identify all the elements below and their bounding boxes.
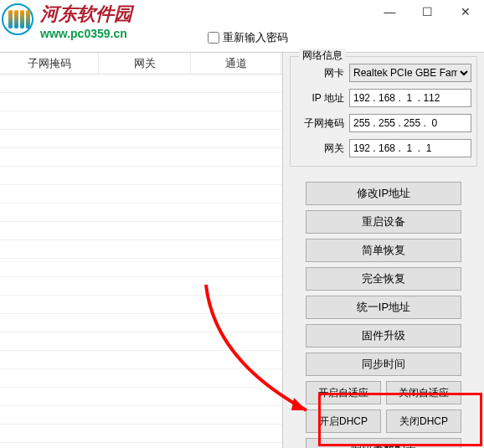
table-row[interactable]	[0, 111, 282, 130]
table-row[interactable]	[0, 369, 282, 388]
ip-label: IP 地址	[312, 91, 344, 106]
full-restore-button[interactable]: 完全恢复	[306, 267, 461, 291]
table-row[interactable]	[0, 93, 282, 111]
table-row[interactable]	[0, 259, 282, 277]
device-table: 子网掩码 网关 通道	[0, 53, 283, 448]
table-body[interactable]	[0, 75, 282, 448]
table-row[interactable]	[0, 185, 282, 203]
table-row[interactable]	[0, 388, 282, 406]
col-channel[interactable]: 通道	[191, 53, 281, 74]
reenter-password-label: 重新输入密码	[223, 30, 288, 45]
modify-ip-button[interactable]: 修改IP地址	[306, 182, 461, 205]
gateway-input[interactable]	[349, 139, 471, 157]
close-button[interactable]: ✕	[446, 0, 484, 23]
minimize-button[interactable]: —	[371, 0, 409, 23]
table-row[interactable]	[0, 296, 282, 314]
table-row[interactable]	[0, 351, 282, 369]
nic-label: 网卡	[324, 66, 344, 80]
table-row[interactable]	[0, 130, 282, 148]
watermark-logo: 河东软件园 www.pc0359.cn	[2, 2, 132, 40]
table-row[interactable]	[0, 406, 282, 425]
firmware-upgrade-button[interactable]: 固件升级	[306, 324, 461, 348]
table-row[interactable]	[0, 167, 282, 185]
restart-device-button[interactable]: 重启设备	[306, 210, 461, 234]
enable-dhcp-button[interactable]: 开启DHCP	[306, 409, 381, 433]
reenter-password: 重新输入密码	[208, 30, 288, 45]
maximize-button[interactable]: ☐	[409, 0, 446, 23]
subnet-input[interactable]	[349, 114, 471, 132]
logo-url: www.pc0359.cn	[40, 27, 132, 40]
network-info-legend: 网络信息	[299, 49, 346, 63]
gateway-label: 网关	[324, 142, 344, 156]
subnet-label: 子网掩码	[304, 116, 344, 131]
table-row[interactable]	[0, 332, 282, 351]
table-row[interactable]	[0, 203, 282, 222]
simple-restore-button[interactable]: 简单恢复	[306, 239, 461, 262]
enable-adaptive-button[interactable]: 开启自适应	[306, 381, 381, 404]
codec-config-button[interactable]: 编码参数配置	[306, 438, 461, 448]
disable-dhcp-button[interactable]: 关闭DHCP	[386, 409, 461, 433]
table-row[interactable]	[0, 75, 282, 93]
table-row[interactable]	[0, 222, 282, 240]
network-info-fieldset: 网络信息 网卡 Realtek PCIe GBE Fam IP 地址 子网掩码 …	[290, 56, 477, 167]
sync-time-button[interactable]: 同步时间	[306, 353, 461, 376]
table-header: 子网掩码 网关 通道	[0, 53, 282, 75]
col-gateway[interactable]: 网关	[99, 53, 191, 74]
window-controls: — ☐ ✕	[371, 0, 484, 23]
table-row[interactable]	[0, 148, 282, 167]
table-row[interactable]	[0, 240, 282, 259]
table-row[interactable]	[0, 277, 282, 296]
ip-input[interactable]	[349, 89, 471, 107]
table-row[interactable]	[0, 425, 282, 443]
logo-title: 河东软件园	[40, 2, 132, 27]
nic-select[interactable]: Realtek PCIe GBE Fam	[349, 64, 471, 82]
logo-icon	[2, 3, 37, 39]
button-stack: 修改IP地址 重启设备 简单恢复 完全恢复 统一IP地址 固件升级 同步时间 开…	[290, 182, 477, 448]
reenter-password-checkbox[interactable]	[208, 32, 219, 44]
right-panel: 网络信息 网卡 Realtek PCIe GBE Fam IP 地址 子网掩码 …	[283, 53, 484, 448]
disable-adaptive-button[interactable]: 关闭自适应	[386, 381, 461, 404]
table-row[interactable]	[0, 314, 282, 332]
unify-ip-button[interactable]: 统一IP地址	[306, 296, 461, 319]
col-subnet[interactable]: 子网掩码	[0, 53, 99, 74]
